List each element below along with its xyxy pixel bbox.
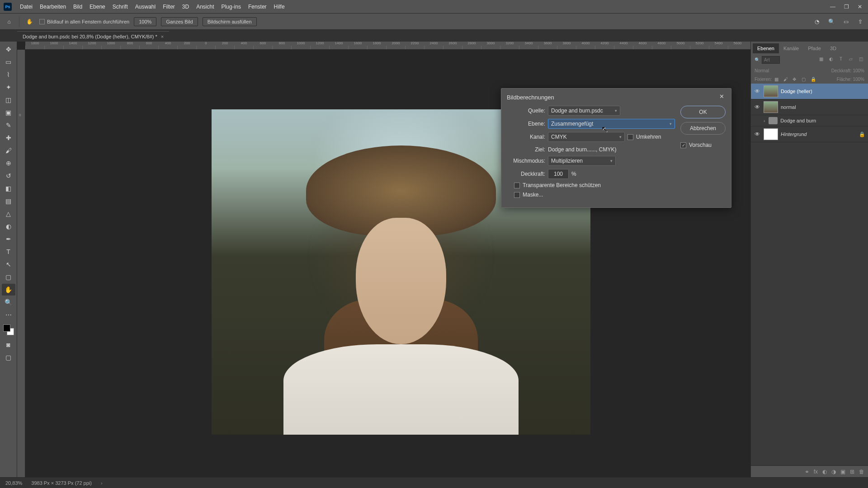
opacity-input[interactable]: 100 (548, 169, 569, 179)
fill-screen-button[interactable]: Bildschirm ausfüllen (203, 17, 257, 26)
menu-window[interactable]: Fenster (245, 4, 270, 10)
eyedropper-tool[interactable]: ✎ (2, 119, 15, 131)
lock-transparent-icon[interactable]: ▦ (774, 77, 781, 82)
lock-all-icon[interactable]: 🔒 (811, 77, 817, 82)
lock-icon[interactable]: 🔒 (859, 131, 865, 137)
filter-shape-icon[interactable]: ▱ (847, 56, 854, 64)
dialog-close-icon[interactable]: ✕ (717, 93, 726, 101)
healing-tool[interactable]: ✚ (2, 132, 15, 144)
eraser-tool[interactable]: ◧ (2, 183, 15, 194)
delete-layer-icon[interactable]: 🗑 (859, 469, 864, 475)
layer-thumbnail[interactable] (764, 128, 778, 140)
filter-smart-icon[interactable]: ◫ (857, 56, 864, 64)
invert-checkbox[interactable]: Umkehren (627, 134, 661, 140)
foreground-color[interactable] (3, 324, 10, 332)
ok-button[interactable]: OK (680, 106, 726, 118)
status-chevron-icon[interactable]: › (101, 480, 103, 486)
layer-row[interactable]: 👁Hintergrund🔒 (751, 127, 868, 142)
tab-layers[interactable]: Ebenen (753, 43, 779, 53)
hand-tool[interactable]: ✋ (2, 284, 15, 296)
zoom-level[interactable]: 20,83% (5, 480, 22, 486)
menu-plugins[interactable]: Plug-ins (218, 4, 245, 10)
edit-toolbar[interactable]: ⋯ (2, 309, 15, 321)
wand-tool[interactable]: ✦ (2, 81, 15, 93)
share-icon[interactable]: ⇪ (856, 19, 864, 25)
opacity-value[interactable]: 100% (853, 68, 864, 73)
quickmask-tool[interactable]: ◙ (2, 339, 15, 351)
chevron-icon[interactable]: › (764, 118, 765, 123)
link-layers-icon[interactable]: ⚭ (805, 469, 809, 475)
layer-thumbnail[interactable] (764, 101, 778, 113)
blend-select[interactable]: Multiplizieren▾ (548, 156, 616, 166)
pen-tool[interactable]: ✒ (2, 233, 15, 245)
search-icon[interactable]: 🔍 (827, 19, 835, 25)
menu-select[interactable]: Auswahl (132, 4, 159, 10)
cloud-icon[interactable]: ◔ (813, 19, 821, 25)
group-icon[interactable]: ▣ (840, 469, 845, 475)
visibility-icon[interactable]: 👁 (754, 131, 761, 137)
lock-artboard-icon[interactable]: ▢ (802, 77, 808, 82)
scroll-all-windows-option[interactable]: Bildlauf in allen Fenstern durchführen (39, 19, 129, 24)
visibility-icon[interactable]: 👁 (754, 104, 761, 110)
fill-value[interactable]: 100% (853, 77, 864, 82)
filter-adjust-icon[interactable]: ◐ (827, 56, 835, 64)
menu-image[interactable]: Bild (70, 4, 86, 10)
layer-name[interactable]: Dodge and burn (780, 118, 865, 123)
layer-select[interactable]: Zusammengefügt▾ (548, 119, 675, 129)
path-tool[interactable]: ↖ (2, 258, 15, 270)
window-close-icon[interactable]: ✕ (855, 4, 864, 10)
marquee-tool[interactable]: ▭ (2, 56, 15, 68)
layer-thumbnail[interactable] (764, 85, 778, 97)
layer-filter[interactable]: 🔍 (755, 56, 815, 64)
window-restore-icon[interactable]: ❐ (842, 4, 851, 10)
layer-mask-icon[interactable]: ◐ (822, 469, 827, 475)
menu-layer[interactable]: Ebene (86, 4, 109, 10)
gradient-tool[interactable]: ▤ (2, 195, 15, 207)
layer-name[interactable]: Hintergrund (781, 131, 856, 137)
menu-edit[interactable]: Bearbeiten (36, 4, 70, 10)
layer-name[interactable]: Dodge (heller) (781, 89, 865, 94)
dodge-tool[interactable]: ◐ (2, 221, 15, 232)
source-select[interactable]: Dodge and burn.psdc▾ (548, 106, 620, 116)
layer-row[interactable]: 👁normal (751, 99, 868, 115)
preserve-transparency-checkbox[interactable]: Transparente Bereiche schützen (514, 182, 601, 188)
new-layer-icon[interactable]: ⊞ (850, 469, 854, 475)
layer-row[interactable]: 👁Dodge (heller) (751, 84, 868, 99)
move-tool[interactable]: ✥ (2, 43, 15, 55)
checkbox-icon[interactable] (39, 19, 45, 24)
rectangle-tool[interactable]: ▢ (2, 271, 15, 283)
screenmode-tool[interactable]: ▢ (2, 352, 15, 363)
tab-3d[interactable]: 3D (826, 43, 841, 53)
menu-3d[interactable]: 3D (179, 4, 193, 10)
visibility-icon[interactable]: 👁 (754, 88, 761, 94)
menu-view[interactable]: Ansicht (193, 4, 217, 10)
frame-tool[interactable]: ▣ (2, 107, 15, 118)
channel-select[interactable]: CMYK▾ (548, 132, 625, 142)
zoom-100-button[interactable]: 100% (134, 17, 156, 26)
menu-file[interactable]: Datei (16, 4, 36, 10)
brush-tool[interactable]: 🖌 (2, 145, 15, 156)
menu-help[interactable]: Hilfe (270, 4, 288, 10)
lock-pixels-icon[interactable]: 🖌 (783, 77, 790, 82)
menu-filter[interactable]: Filter (159, 4, 179, 10)
layer-row[interactable]: ›Dodge and burn (751, 115, 868, 127)
color-swatch[interactable] (3, 324, 14, 335)
home-icon[interactable]: ⌂ (4, 16, 14, 27)
stamp-tool[interactable]: ⊕ (2, 157, 15, 169)
type-tool[interactable]: T (2, 246, 15, 258)
blur-tool[interactable]: △ (2, 208, 15, 220)
filter-type-icon[interactable]: T (837, 56, 844, 64)
window-minimize-icon[interactable]: — (828, 4, 837, 10)
close-tab-icon[interactable]: × (161, 34, 164, 39)
history-brush-tool[interactable]: ↺ (2, 170, 15, 182)
tab-paths[interactable]: Pfade (803, 43, 826, 53)
mask-checkbox[interactable]: Maske... (514, 192, 543, 198)
fit-screen-button[interactable]: Ganzes Bild (161, 17, 198, 26)
filter-type-input[interactable] (762, 56, 780, 64)
cancel-button[interactable]: Abbrechen (680, 122, 726, 135)
lasso-tool[interactable]: ⌇ (2, 69, 15, 80)
blend-mode-select[interactable]: Normal (755, 68, 769, 73)
layer-name[interactable]: normal (781, 104, 865, 110)
zoom-tool[interactable]: 🔍 (2, 296, 15, 308)
filter-pixel-icon[interactable]: ▦ (817, 56, 825, 64)
